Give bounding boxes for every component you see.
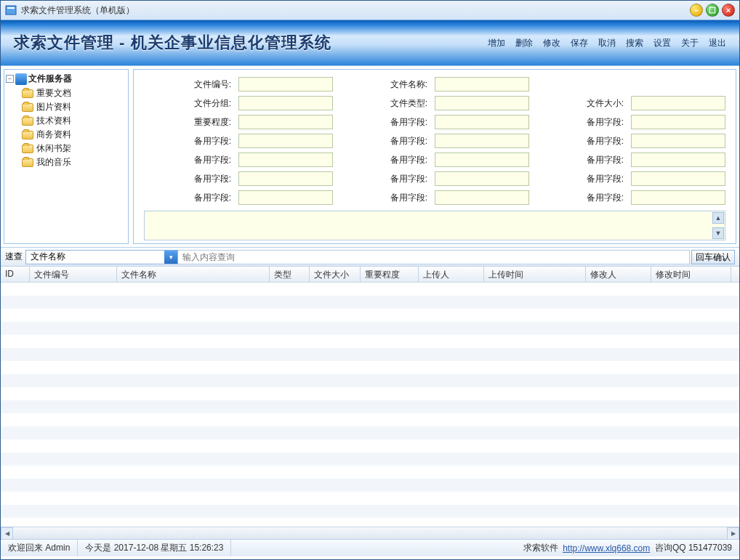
form-input-备用字段[interactable] (631, 171, 725, 186)
folder-icon (22, 158, 33, 167)
table-row (1, 361, 739, 374)
table-row (1, 400, 739, 413)
form-input-文件大小[interactable] (631, 96, 725, 110)
close-button[interactable]: × (722, 4, 735, 17)
tree-item-label: 商务资料 (36, 129, 71, 141)
table-row (1, 518, 739, 527)
table-row (1, 309, 739, 322)
form-input-备用字段[interactable] (238, 153, 333, 167)
form-input-文件编号[interactable] (238, 77, 333, 92)
form-label: 备用字段 (144, 173, 231, 185)
form-label: 备用字段 (536, 135, 624, 147)
form-input-文件名称[interactable] (435, 77, 529, 92)
status-url[interactable]: http://www.xlq668.com (563, 543, 650, 553)
form-input-备用字段[interactable] (435, 134, 529, 148)
tree-item[interactable]: 我的音乐 (22, 155, 126, 169)
form-input-备用字段[interactable] (435, 153, 529, 167)
grid-header: ID文件编号文件名称类型文件大小重要程度上传人上传时间修改人修改时间 (1, 267, 739, 283)
tree-item[interactable]: 休闲书架 (22, 142, 126, 155)
scroll-right-icon[interactable]: ▶ (727, 527, 739, 540)
window-title: 求索文件管理系统（单机版） (21, 4, 134, 17)
status-bar: 欢迎回来 Admin 今天是 2017-12-08 星期五 15:26:23 求… (1, 539, 739, 556)
column-header[interactable]: 文件大小 (310, 267, 361, 282)
menu-退出[interactable]: 退出 (709, 37, 726, 49)
form-input-备用字段[interactable] (631, 153, 725, 167)
status-today: 今天是 2017-12-08 星期五 15:26:23 (78, 540, 231, 556)
menu-搜索[interactable]: 搜索 (626, 37, 643, 49)
form-input-文件分组[interactable] (238, 96, 333, 110)
minimize-button[interactable]: – (690, 4, 703, 17)
form-input-备用字段[interactable] (631, 134, 725, 148)
form-input-备用字段[interactable] (435, 171, 529, 186)
form-label: 备用字段 (340, 116, 427, 129)
quick-field-combo[interactable]: 文件名称 ▾ (25, 250, 178, 264)
status-qq: 咨询QQ 151477039 (655, 542, 732, 554)
menu-删除[interactable]: 删除 (515, 37, 533, 49)
form-input-备用字段[interactable] (435, 115, 529, 129)
scroll-up-icon[interactable]: ▲ (712, 212, 724, 224)
enter-confirm-button[interactable]: 回车确认 (691, 250, 735, 264)
horizontal-scrollbar[interactable]: ◀ ▶ (1, 527, 739, 539)
menu-关于[interactable]: 关于 (681, 37, 699, 49)
form-input-备用字段[interactable] (435, 190, 529, 205)
tree-item-label: 技术资料 (36, 115, 71, 127)
column-header[interactable]: 修改时间 (651, 267, 731, 282)
form-panel: 文件编号文件名称文件分组文件类型文件大小重要程度备用字段备用字段备用字段备用字段… (133, 69, 736, 244)
tree-item[interactable]: 商务资料 (22, 128, 126, 142)
quick-search-input[interactable] (178, 250, 690, 264)
table-row (1, 439, 739, 453)
scroll-left-icon[interactable]: ◀ (1, 527, 13, 540)
maximize-button[interactable]: ☐ (706, 4, 719, 17)
column-header[interactable]: 上传时间 (484, 267, 586, 282)
notes-textarea[interactable]: ▲ ▼ (144, 211, 725, 240)
menu-保存[interactable]: 保存 (571, 37, 588, 49)
column-header[interactable]: 文件编号 (30, 267, 117, 282)
table-row (1, 426, 739, 439)
form-input-备用字段[interactable] (631, 115, 725, 129)
tree-root[interactable]: − 文件服务器 (6, 73, 126, 85)
svg-rect-1 (7, 7, 15, 9)
form-input-备用字段[interactable] (631, 190, 725, 205)
table-row (1, 322, 739, 335)
tree-item[interactable]: 技术资料 (22, 114, 126, 128)
column-header[interactable]: 类型 (270, 267, 310, 282)
table-row (1, 453, 739, 466)
column-header[interactable]: ID (1, 267, 30, 282)
form-label: 备用字段 (340, 173, 427, 185)
folder-icon (22, 145, 33, 153)
tree-item[interactable]: 重要文档 (22, 86, 126, 100)
form-label: 备用字段 (144, 192, 231, 204)
table-row (1, 492, 739, 505)
folder-icon (22, 117, 33, 126)
table-row (1, 387, 739, 400)
tree-root-label: 文件服务器 (28, 73, 72, 85)
menu-取消[interactable]: 取消 (598, 37, 616, 49)
form-label: 文件类型 (340, 97, 427, 110)
form-input-重要程度[interactable] (238, 115, 333, 129)
menu-增加[interactable]: 增加 (488, 37, 505, 49)
form-input-文件类型[interactable] (435, 96, 529, 110)
chevron-down-icon[interactable]: ▾ (164, 251, 177, 264)
table-row (1, 296, 739, 309)
form-input-备用字段[interactable] (238, 190, 333, 205)
form-input-备用字段[interactable] (238, 171, 333, 186)
quick-label: 速查 (5, 251, 23, 263)
form-label: 重要程度 (144, 116, 231, 129)
quick-search-bar: 速查 文件名称 ▾ 回车确认 (1, 248, 739, 267)
menu-修改[interactable]: 修改 (543, 37, 560, 49)
collapse-icon[interactable]: − (6, 75, 14, 83)
form-label: 备用字段 (340, 154, 427, 166)
column-header[interactable]: 文件名称 (117, 267, 270, 282)
form-label: 备用字段 (144, 135, 231, 147)
form-label: 备用字段 (340, 192, 427, 204)
tree-item[interactable]: 图片资料 (22, 100, 126, 114)
tree-item-label: 休闲书架 (36, 142, 71, 155)
form-input-备用字段[interactable] (238, 134, 333, 148)
column-header[interactable]: 修改人 (586, 267, 651, 282)
column-header[interactable]: 重要程度 (361, 267, 419, 282)
menu-设置[interactable]: 设置 (653, 37, 671, 49)
column-header[interactable]: 上传人 (419, 267, 484, 282)
scroll-down-icon[interactable]: ▼ (712, 227, 724, 239)
grid-rows (1, 283, 739, 527)
folder-icon (22, 89, 33, 98)
